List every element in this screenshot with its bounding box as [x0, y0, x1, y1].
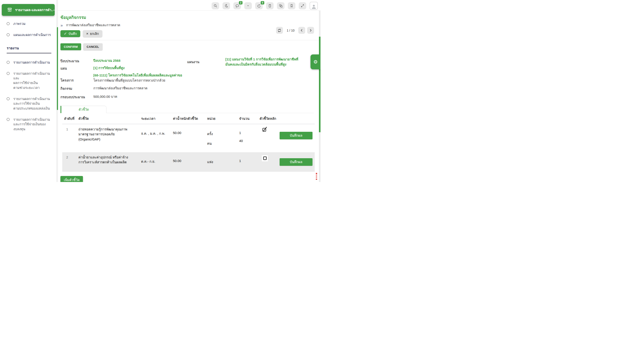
tab-indicators[interactable]: ตัวชี้วัด [60, 106, 106, 113]
indicator-amounts: 1 40 [236, 124, 258, 152]
checkbox-patch [262, 155, 268, 161]
sidebar-item-label: แผนและผลการดำเนินการ [13, 32, 51, 37]
sidebar-app-button[interactable]: รายงานผล-และผลการดำ..– [2, 4, 55, 16]
amount-value: 1 [239, 159, 257, 163]
history-button[interactable]: 0 [255, 2, 263, 9]
indicators-table: ลำดับที่ ตัวชี้วัด ระยะเวลา ค่าน้ำหนักตั… [62, 113, 315, 172]
sidebar-scrollbar-thumb[interactable] [57, 27, 58, 110]
double-chevron-icon: » [60, 23, 63, 27]
dropdown-caret-button[interactable] [244, 2, 252, 9]
expand-icon [300, 4, 304, 8]
panel-divider [60, 40, 319, 40]
chevron-left-icon [300, 28, 304, 32]
save-button[interactable]: ✓ บันทึก [60, 30, 80, 37]
amount-value: 1 [239, 131, 257, 135]
indicator-amounts: 1 [236, 152, 258, 172]
main-indicator-checkbox[interactable] [263, 156, 267, 160]
field-label: แผน [60, 65, 93, 71]
calculator-button[interactable] [266, 2, 274, 9]
chat-badge: 2 [239, 1, 242, 4]
field-label: กิจกรรม [60, 86, 93, 91]
row-number: 1 [62, 124, 77, 152]
calculator-icon [268, 4, 272, 8]
avatar-icon [311, 4, 317, 9]
record-result-button[interactable]: บันทึกผล [280, 132, 312, 139]
indicator-units: ครั้ง คน [204, 124, 236, 152]
indicator-period: ธ.ค. , ม.ค. , ก.พ. [132, 124, 171, 152]
caret-down-icon [246, 4, 250, 7]
sidebar-item-plan-results[interactable]: แผนและผลการดำเนินการ [7, 32, 53, 37]
col-header-weight: ค่าน้ำหนักตัวชี้วัด [171, 113, 204, 124]
main-scrollbar-thumb[interactable] [319, 37, 320, 132]
main-scrollbar[interactable] [319, 11, 320, 182]
user-avatar-button[interactable] [310, 2, 318, 10]
circle-bullet-icon [7, 97, 10, 100]
sidebar-nav: ภาพรวม แผนและผลการดำเนินการ รายงาน รายงา… [0, 21, 56, 138]
edit-square-icon[interactable] [262, 126, 268, 132]
history-badge: 0 [261, 1, 264, 4]
confirm-button[interactable]: CONFIRM [60, 43, 81, 50]
sidebar-item-label: รายงานผลการดำเนินงาน [13, 60, 50, 65]
store-icon [7, 7, 12, 13]
save-button-label: บันทึก [68, 31, 77, 36]
dark-mode-button[interactable] [222, 2, 230, 9]
sidebar-item-label: รายงานผลการดำเนินงาน และการใช้จ่ายเงิน ต… [13, 96, 50, 111]
next-page-button[interactable] [307, 27, 314, 34]
unit-value: ครั้ง [207, 131, 235, 137]
breadcrumb-activity: การพัฒนาส่งเสริมอาชีพและการตลาด [66, 22, 120, 28]
sidebar-item-label: รายงานผลการดำเนินงานและ ผลการใช้จ่ายเงิน… [13, 71, 53, 90]
col-header-no: ลำดับที่ [62, 113, 77, 124]
sidebar-scrollbar[interactable] [57, 0, 58, 182]
col-header-actions [278, 113, 315, 124]
search-button[interactable] [212, 2, 219, 9]
field-label: กรอบงบประมาณ [60, 94, 93, 100]
col-header-indicator: ตัวชี้วัด [77, 113, 132, 124]
sidebar-app-title: รายงานผล-และผลการดำ..– [15, 7, 55, 13]
unit-value: แห่ง [207, 159, 235, 165]
field-activity: กิจกรรม การพัฒนาส่งเสริมอาชีพและการตลาด [60, 86, 319, 91]
moon-icon [224, 4, 228, 8]
circle-bullet-icon [7, 33, 10, 36]
field-label: ปีงบประมาณ [60, 58, 93, 64]
unit-value: คน [207, 141, 235, 146]
bookmark-button[interactable] [288, 2, 296, 9]
col-header-unit: หน่วย [204, 113, 236, 124]
program-value: [11] แผนงานวิจัยที่ 1 การวิจัยเพื่อการพั… [225, 57, 304, 67]
field-label: โครงการ [60, 77, 93, 83]
table-row: 2 ค่าน้ำยาและค่าอุปกรณ์ หรือค่าจ้างการวิ… [62, 152, 315, 172]
record-result-button[interactable]: บันทึกผล [280, 158, 312, 166]
fullscreen-button[interactable] [299, 2, 306, 9]
chat-button[interactable]: 2 [233, 2, 241, 9]
settings-tab[interactable]: ⚙ [310, 54, 320, 69]
confirm-actions: CONFIRM CANCEL [60, 43, 319, 50]
device-transfer-button[interactable] [277, 2, 284, 9]
action-cell: บันทึกผล [278, 124, 315, 152]
history-clock-icon [257, 4, 261, 8]
indicator-weight: 50.00 [171, 152, 204, 172]
prev-page-button[interactable] [298, 27, 305, 34]
bookmark-icon [290, 4, 294, 8]
sidebar-item-overview[interactable]: ภาพรวม [7, 21, 53, 26]
add-indicator-button[interactable]: เพิ่มตัวชี้วัด [60, 176, 83, 182]
sidebar-item-report-spending-period[interactable]: รายงานผลการดำเนินงานและ ผลการใช้จ่ายเงิน… [7, 71, 53, 90]
main-content: ข้อมูลกิจกรรม » การพัฒนาส่งเสริมอาชีพและ… [58, 11, 319, 182]
circle-bullet-icon [7, 118, 10, 121]
main-indicator-cell [258, 124, 278, 152]
sidebar-section-reports: รายงาน [7, 45, 53, 51]
col-header-period: ระยะเวลา [132, 113, 171, 124]
cancel-confirm-button[interactable]: CANCEL [83, 43, 102, 50]
indicator-period: ต.ค.- ก.ย. [132, 152, 171, 172]
refresh-button[interactable] [276, 27, 283, 34]
circle-bullet-icon [7, 72, 10, 75]
sidebar-item-report-performance[interactable]: รายงานผลการดำเนินงาน [7, 60, 53, 65]
table-header-row: ลำดับที่ ตัวชี้วัด ระยะเวลา ค่าน้ำหนักตั… [62, 113, 315, 124]
col-header-main: ตัวชี้วัดหลัก [258, 113, 278, 124]
indicator-weight: 50.00 [171, 124, 204, 152]
sidebar-item-report-capital-budget[interactable]: รายงานผลการดำเนินงาน และการใช้จ่ายเงินขอ… [7, 117, 53, 131]
cancel-button[interactable]: × ยกเลิก [83, 30, 102, 37]
tab-bar: ตัวชี้วัด [60, 106, 314, 113]
cancel-button-label: ยกเลิก [90, 31, 99, 36]
search-icon [213, 4, 218, 8]
sidebar-item-report-spending-source[interactable]: รายงานผลการดำเนินงาน และการใช้จ่ายเงิน ต… [7, 96, 53, 111]
close-icon: × [86, 32, 88, 36]
